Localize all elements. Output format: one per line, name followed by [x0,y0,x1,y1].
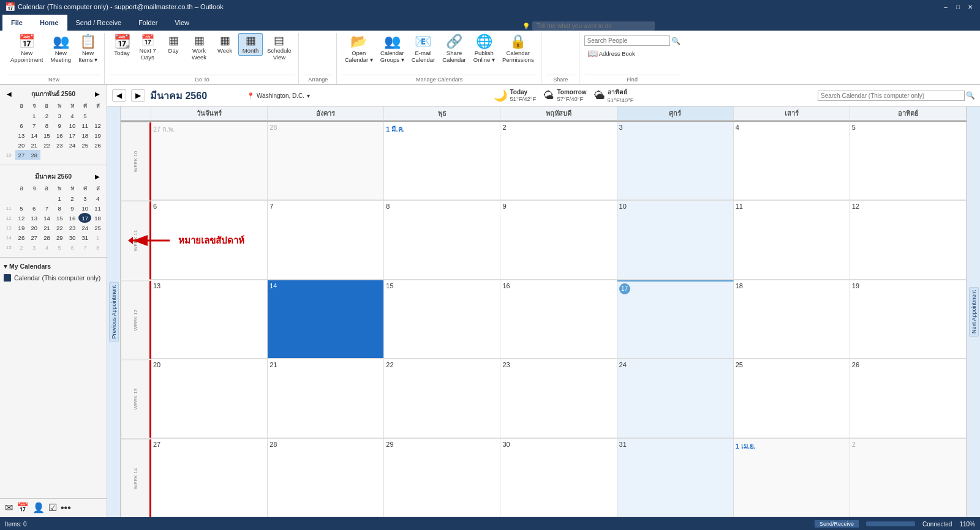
day-mar22[interactable]: 22 [384,359,500,438]
mar-11[interactable]: 11 [91,203,104,213]
tab-view[interactable]: View [166,15,198,31]
day-mar29[interactable]: 29 [384,439,500,517]
tab-folder[interactable]: Folder [130,15,166,31]
day-mar11[interactable]: 11 [734,201,850,279]
btn-open-calendar[interactable]: 📂 OpenCalendar ▾ [342,33,376,65]
people-icon[interactable]: 👤 [32,502,45,513]
feb-4[interactable]: 4 [66,111,79,121]
search-people-btn[interactable]: 🔍 [671,37,680,45]
day-mar1[interactable]: 1 มี.ค. [384,122,500,200]
send-receive-btn[interactable]: Send/Receive [815,520,859,528]
mar-21[interactable]: 21 [40,223,53,233]
mar-24[interactable]: 24 [78,223,91,233]
mar-12[interactable]: 12 [15,213,28,223]
mar-30[interactable]: 30 [66,233,79,242]
mar-apr6[interactable]: 6 [66,242,79,252]
btn-today[interactable]: 📆 Today [110,33,134,58]
mar-17[interactable]: 17 [78,213,91,223]
day-mar27[interactable]: 27 [151,439,268,517]
week-num-14[interactable]: WEEK 14 [121,439,151,517]
mar-23[interactable]: 23 [66,223,79,233]
mar-15[interactable]: 15 [53,213,66,223]
mar-31[interactable]: 31 [78,233,91,242]
day-mar25[interactable]: 25 [734,359,850,438]
tell-me-input[interactable] [532,21,655,31]
day-mar13[interactable]: 13 [151,280,268,359]
mar-6[interactable]: 6 [28,203,40,213]
day-mar23[interactable]: 23 [500,359,617,438]
mar-apr1[interactable]: 1 [91,233,104,242]
tab-send-receive[interactable]: Send / Receive [67,15,130,31]
feb-24[interactable]: 24 [66,140,79,150]
day-mar4[interactable]: 4 [734,122,850,200]
mar-14[interactable]: 14 [40,213,53,223]
cal-search-input[interactable] [818,91,965,101]
feb-6[interactable]: 6 [15,121,28,130]
day-mar14[interactable]: 14 [268,280,384,359]
feb-5[interactable]: 5 [78,111,91,121]
btn-work-week[interactable]: ▦ WorkWeek [187,33,211,62]
feb-26[interactable]: 26 [91,140,104,150]
day-mar18[interactable]: 18 [734,280,850,359]
mar-apr2[interactable]: 2 [15,242,28,252]
feb-1[interactable]: 1 [28,111,40,121]
feb-19[interactable]: 19 [91,130,104,140]
mar-25[interactable]: 25 [91,223,104,233]
mar-feb25[interactable] [15,193,28,203]
btn-next7[interactable]: 📅 Next 7Days [135,33,160,62]
cal-prev-btn[interactable]: ◀ [112,89,126,102]
day-apr2[interactable]: 2 [850,439,967,517]
mar-apr7[interactable]: 7 [78,242,91,252]
more-icon[interactable]: ••• [61,502,71,513]
day-mar12[interactable]: 12 [850,201,967,279]
day-mar3[interactable]: 3 [617,122,734,200]
btn-share-calendar[interactable]: 🔗 ShareCalendar [439,33,469,65]
calendar-item-main[interactable]: Calendar (This computer only) [0,272,107,283]
day-mar17[interactable]: 17 [617,280,734,359]
btn-calendar-groups[interactable]: 👥 CalendarGroups ▾ [377,33,407,65]
week-num-13[interactable]: WEEK 13 [121,359,151,438]
day-mar26[interactable]: 26 [850,359,967,438]
feb-20[interactable]: 20 [15,140,28,150]
mar-20[interactable]: 20 [28,223,40,233]
btn-new-items[interactable]: 📋 NewItems ▾ [75,33,100,65]
day-apr1[interactable]: 1 เม.ย. [734,439,850,517]
btn-calendar-perms[interactable]: 🔒 CalendarPermissions [499,33,537,65]
day-mar15[interactable]: 15 [384,280,500,359]
day-mar7[interactable]: 7 [268,201,384,279]
feb-d-prev1[interactable] [15,111,28,121]
feb-11[interactable]: 11 [78,121,91,130]
btn-day[interactable]: ▦ Day [161,33,186,56]
mar-5[interactable]: 5 [15,203,28,213]
day-feb27[interactable]: 27 ก.พ. [151,122,268,200]
feb-16[interactable]: 16 [53,130,66,140]
feb-10[interactable]: 10 [66,121,79,130]
minimize-btn[interactable]: – [941,2,951,11]
location-dropdown[interactable]: ▾ [307,92,310,99]
feb-12[interactable]: 12 [91,121,104,130]
mar-10[interactable]: 10 [78,203,91,213]
mar-1[interactable]: 1 [53,193,66,203]
mail-icon[interactable]: ✉ [5,502,13,513]
mar-4[interactable]: 4 [91,193,104,203]
day-mar16[interactable]: 16 [500,280,617,359]
mini-cal-prev[interactable]: ◀ [5,91,13,97]
day-mar19[interactable]: 19 [850,280,967,359]
day-mar2[interactable]: 2 [500,122,617,200]
mar-18[interactable]: 18 [91,213,104,223]
mar-22[interactable]: 22 [53,223,66,233]
calendar-icon-nav[interactable]: 📅 [17,502,29,513]
week-num-12[interactable]: WEEK 12 [121,280,151,359]
btn-schedule[interactable]: ▤ ScheduleView [264,33,295,62]
feb-2[interactable]: 2 [40,111,53,121]
day-mar24[interactable]: 24 [617,359,734,438]
week-num-11[interactable]: WEEK 11 [121,201,151,279]
btn-new-appointment[interactable]: 📅 NewAppointment [7,33,46,65]
mar-7[interactable]: 7 [40,203,53,213]
mar-9[interactable]: 9 [66,203,79,213]
mar-apr3[interactable]: 3 [28,242,40,252]
feb-23[interactable]: 23 [53,140,66,150]
mar-2[interactable]: 2 [66,193,79,203]
day-mar10[interactable]: 10 [617,201,734,279]
mini-cal-next[interactable]: ▶ [93,91,102,97]
